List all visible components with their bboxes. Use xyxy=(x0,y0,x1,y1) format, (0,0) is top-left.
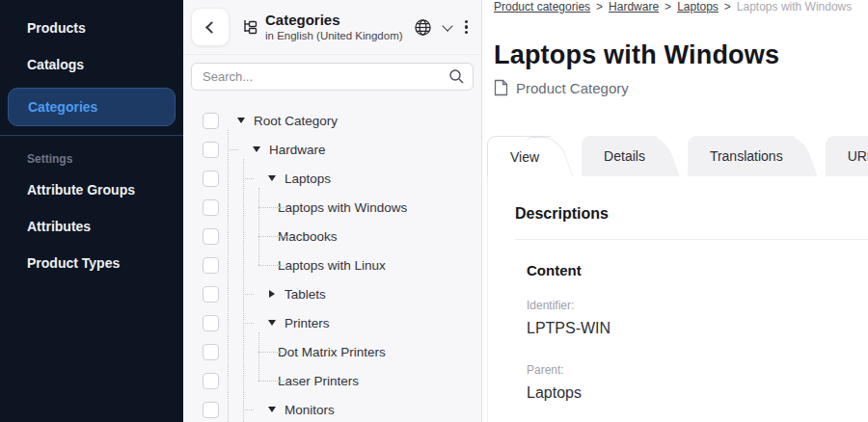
app-window: ProductsCatalogsCategoriesSettingsAttrib… xyxy=(0,0,868,422)
tree-item[interactable]: Root Category xyxy=(183,106,481,135)
tree-item-checkbox[interactable] xyxy=(203,344,219,360)
category-tree: Root Category Hardware Laptops Laptops w… xyxy=(183,98,481,422)
category-tree-icon xyxy=(241,18,258,36)
tree-item-checkbox[interactable] xyxy=(203,402,219,418)
tree-item-label[interactable]: Laptops with Windows xyxy=(278,200,407,215)
tree-item-label[interactable]: Monitors xyxy=(285,403,335,417)
breadcrumb: Product categories>Hardware>Laptops>Lapt… xyxy=(494,0,868,14)
field-group: Identifier: LPTPS-WIN xyxy=(527,299,868,337)
more-options-button[interactable] xyxy=(461,18,472,37)
tree-item-checkbox[interactable] xyxy=(203,315,219,331)
tree-connector xyxy=(243,409,254,410)
tree-item-label[interactable]: Root Category xyxy=(254,114,338,128)
back-button[interactable] xyxy=(191,8,230,46)
detail-tabs: ViewDetailsTranslationsURL xyxy=(487,136,868,176)
field-label: Identifier: xyxy=(527,299,868,312)
sidebar-item-catalogs[interactable]: Catalogs xyxy=(0,46,183,83)
globe-icon xyxy=(414,18,432,37)
tree-connector xyxy=(258,265,287,266)
tree-item-checkbox[interactable] xyxy=(203,373,219,389)
entity-type-label: Product Category xyxy=(516,80,629,96)
tree-item-label[interactable]: Laptops xyxy=(285,171,331,186)
category-detail-panel: Product categories>Hardware>Laptops>Lapt… xyxy=(482,0,868,422)
panel-language-subtitle: in English (United Kingdom) xyxy=(265,30,403,42)
tree-item[interactable]: Dot Matrix Printers xyxy=(183,337,481,366)
page-title: Laptops with Windows xyxy=(494,40,868,70)
tree-item-label[interactable]: Laptops with Linux xyxy=(278,258,386,273)
tree-connector xyxy=(258,236,287,237)
tree-item-label[interactable]: Printers xyxy=(285,316,330,330)
field-group: Parent: Laptops xyxy=(527,363,868,402)
tree-connector xyxy=(243,178,254,179)
sidebar-section-header: Settings xyxy=(0,145,183,171)
tree-connector xyxy=(258,381,287,382)
document-icon xyxy=(494,79,508,96)
chevron-down-icon xyxy=(442,20,452,31)
tree-connector xyxy=(243,323,254,324)
tree-item[interactable]: Laptops with Linux xyxy=(183,251,481,279)
tree-expand-arrow[interactable] xyxy=(250,146,263,152)
sidebar-item-products[interactable]: Products xyxy=(0,10,183,46)
tab-translations[interactable]: Translations xyxy=(688,136,795,176)
section-divider xyxy=(515,239,868,240)
search-input[interactable] xyxy=(191,63,474,91)
tree-item-label[interactable]: Hardware xyxy=(269,143,326,157)
tree-item-checkbox[interactable] xyxy=(203,113,219,129)
language-dropdown-button[interactable] xyxy=(442,23,453,32)
breadcrumb-current: Laptops with Windows xyxy=(737,0,852,13)
tab-view[interactable]: View xyxy=(487,136,551,176)
tree-item[interactable]: Macbooks xyxy=(183,222,481,251)
main-sidebar: ProductsCatalogsCategoriesSettingsAttrib… xyxy=(0,0,183,422)
tab-content: Descriptions Content Identifier: LPTPS-W… xyxy=(487,176,868,422)
field-value: LPTPS-WIN xyxy=(527,320,868,337)
breadcrumb-link[interactable]: Product categories xyxy=(494,0,590,13)
sidebar-item-categories[interactable]: Categories xyxy=(8,88,176,126)
tree-item-checkbox[interactable] xyxy=(203,199,219,216)
breadcrumb-link[interactable]: Hardware xyxy=(609,0,659,13)
tree-connector xyxy=(258,352,287,353)
field-label: Parent: xyxy=(527,363,868,377)
sidebar-item-product-types[interactable]: Product Types xyxy=(0,245,183,281)
breadcrumb-separator: > xyxy=(596,0,603,13)
tree-item[interactable]: Tablets xyxy=(183,279,481,308)
tree-item-label[interactable]: Laser Printers xyxy=(278,374,359,388)
tree-item-checkbox[interactable] xyxy=(203,142,219,158)
tree-expand-arrow[interactable] xyxy=(265,320,279,326)
field-value: Laptops xyxy=(527,384,868,402)
tree-item[interactable]: Laptops xyxy=(183,164,481,193)
tree-item-label[interactable]: Tablets xyxy=(285,287,326,302)
sidebar-divider xyxy=(0,135,183,136)
tree-item-checkbox[interactable] xyxy=(203,286,219,303)
sidebar-item-attribute-groups[interactable]: Attribute Groups xyxy=(0,171,183,208)
search-icon xyxy=(448,68,465,89)
tab-details[interactable]: Details xyxy=(582,136,657,176)
tree-item-label[interactable]: Dot Matrix Printers xyxy=(278,345,386,359)
tree-expand-arrow[interactable] xyxy=(265,290,279,298)
tree-item-checkbox[interactable] xyxy=(203,257,219,274)
section-title: Descriptions xyxy=(515,205,868,223)
tree-item-checkbox[interactable] xyxy=(203,228,219,245)
breadcrumb-separator: > xyxy=(665,0,671,13)
panel-title: Categories xyxy=(265,12,403,28)
categories-tree-panel: Categories in English (United Kingdom) xyxy=(183,0,482,422)
tree-item-checkbox[interactable] xyxy=(203,171,219,187)
tree-item[interactable]: Laptops with Windows xyxy=(183,193,481,222)
tree-panel-header: Categories in English (United Kingdom) xyxy=(183,0,481,55)
tree-item[interactable]: Laser Printers xyxy=(183,366,481,395)
chevron-left-icon xyxy=(205,21,218,34)
tree-connector xyxy=(228,149,238,150)
sidebar-item-attributes[interactable]: Attributes xyxy=(0,208,183,245)
tree-item[interactable]: Monitors xyxy=(183,395,481,422)
content-title: Content xyxy=(527,262,868,278)
tree-item[interactable]: Hardware xyxy=(183,135,481,164)
language-globe-button[interactable] xyxy=(412,16,434,39)
tree-connector xyxy=(258,207,287,208)
tree-expand-arrow[interactable] xyxy=(265,407,279,412)
breadcrumb-link[interactable]: Laptops xyxy=(677,0,719,13)
breadcrumb-separator: > xyxy=(724,0,731,13)
tree-expand-arrow[interactable] xyxy=(265,175,279,181)
tree-connector xyxy=(243,294,254,295)
tree-expand-arrow[interactable] xyxy=(234,118,248,123)
tree-item[interactable]: Printers xyxy=(183,308,481,337)
tab-url[interactable]: URL xyxy=(826,136,868,176)
